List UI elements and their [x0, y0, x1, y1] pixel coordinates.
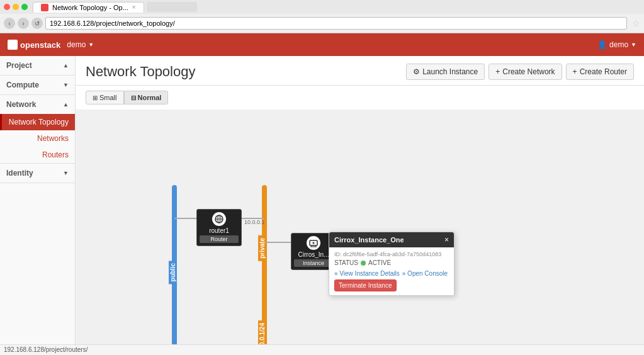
create-router-icon: + — [573, 67, 577, 76]
sidebar-identity-header[interactable]: Identity ▼ — [0, 164, 75, 183]
sidebar-network-chevron: ▲ — [63, 101, 69, 108]
sidebar-section-identity: Identity ▼ — [0, 164, 75, 183]
main-layout: Project ▲ Compute ▼ Network ▲ Network To… — [0, 56, 644, 344]
view-normal-label: Normal — [138, 94, 162, 101]
sidebar-item-networks[interactable]: Networks — [0, 130, 75, 147]
top-bar-left: openstack demo ▼ — [8, 40, 94, 50]
private-network-label-top: private — [258, 235, 266, 261]
popup-header: Cirrox_Instance_One × — [329, 232, 454, 247]
public-network-label: public — [169, 261, 177, 284]
sidebar-section-project: Project ▲ — [0, 56, 75, 76]
user-icon: 👤 — [597, 40, 607, 49]
view-controls: ⊞ Small ⊟ Normal — [76, 86, 644, 110]
header-buttons: ⚙ Launch Instance + Create Network + Cre… — [406, 64, 634, 80]
new-tab-btn[interactable] — [147, 2, 197, 12]
status-url: 192.168.6.128/project/routers/ — [4, 346, 88, 353]
status-bar: 192.168.6.128/project/routers/ — [0, 344, 644, 355]
bookmark-icon[interactable]: ☆ — [632, 18, 640, 28]
user-menu[interactable]: 👤 demo ▼ — [597, 40, 636, 49]
create-network-button[interactable]: + Create Network — [489, 64, 562, 80]
browser-toolbar: ‹ › ↺ ☆ — [0, 14, 644, 33]
browser-chrome: Network Topology - Op... × ‹ › ↺ ☆ — [0, 0, 644, 33]
top-bar: openstack demo ▼ 👤 demo ▼ — [0, 33, 644, 56]
sidebar-network-header[interactable]: Network ▲ — [0, 95, 75, 114]
sidebar-section-compute: Compute ▼ — [0, 76, 75, 95]
launch-instance-icon: ⚙ — [413, 67, 420, 76]
openstack-app: openstack demo ▼ 👤 demo ▼ Project ▲ — [0, 33, 644, 355]
browser-tab[interactable]: Network Topology - Op... × — [33, 2, 144, 13]
status-active-dot — [361, 261, 366, 266]
popup-status-value: ACTIVE — [368, 259, 391, 266]
content-area: Network Topology ⚙ Launch Instance + Cre… — [76, 56, 644, 344]
view-small-btn[interactable]: ⊞ Small — [86, 91, 124, 104]
minimize-window-btn[interactable] — [13, 4, 19, 10]
view-normal-icon: ⊟ — [131, 94, 136, 101]
sidebar-compute-chevron: ▼ — [63, 82, 69, 88]
page-title: Network Topology — [86, 64, 195, 80]
instance-popup: Cirrox_Instance_One × ID: dc2f6f6e-5adf-… — [329, 232, 455, 296]
user-label: demo — [609, 40, 628, 49]
reload-btn[interactable]: ↺ — [31, 18, 43, 29]
open-console-link[interactable]: » Open Console — [402, 270, 448, 277]
terminate-instance-btn[interactable]: Terminate Instance — [334, 279, 397, 291]
create-router-label: Create Router — [580, 67, 627, 76]
router-node[interactable]: router1 Router — [196, 209, 242, 246]
sidebar-item-network-topology[interactable]: Network Topology — [0, 114, 75, 130]
create-network-icon: + — [495, 67, 500, 76]
popup-id-row: ID: dc2f6f6e-5adf-4fca-ab3d-7a750d41083 — [334, 251, 449, 257]
private-network-label-bottom: 10.0.0.1/24 — [258, 320, 266, 344]
popup-close-btn[interactable]: × — [444, 235, 449, 244]
launch-instance-button[interactable]: ⚙ Launch Instance — [406, 64, 485, 80]
forward-btn[interactable]: › — [18, 18, 29, 29]
tab-close-btn[interactable]: × — [132, 4, 136, 11]
url-bar[interactable] — [45, 17, 627, 30]
view-instance-details-link[interactable]: » View Instance Details — [334, 270, 400, 277]
popup-body: ID: dc2f6f6e-5adf-4fca-ab3d-7a750d41083 … — [329, 247, 454, 295]
sidebar-network-topology-label: Network Topology — [9, 118, 69, 127]
create-router-button[interactable]: + Create Router — [566, 64, 634, 80]
user-chevron-icon: ▼ — [631, 42, 636, 48]
view-normal-btn[interactable]: ⊟ Normal — [124, 91, 169, 104]
router-label: Router — [200, 235, 239, 243]
back-btn[interactable]: ‹ — [4, 18, 15, 29]
popup-status-row: STATUS ACTIVE — [334, 259, 449, 266]
demo-dropdown[interactable]: demo ▼ — [67, 40, 94, 49]
chevron-down-icon: ▼ — [88, 42, 94, 48]
create-network-label: Create Network — [502, 67, 555, 76]
view-small-label: Small — [99, 94, 117, 101]
router-icon — [212, 212, 226, 226]
popup-actions: » View Instance Details » Open Console T… — [334, 270, 449, 291]
openstack-logo: openstack — [8, 40, 60, 50]
tab-title: Network Topology - Op... — [52, 4, 128, 11]
popup-status-label: STATUS — [334, 259, 358, 266]
sidebar-project-chevron: ▲ — [63, 62, 69, 69]
demo-label: demo — [67, 40, 86, 49]
openstack-logo-icon — [8, 40, 18, 50]
sidebar-item-routers[interactable]: Routers — [0, 147, 75, 163]
maximize-window-btn[interactable] — [21, 4, 28, 10]
tab-favicon — [41, 4, 48, 11]
sidebar: Project ▲ Compute ▼ Network ▲ Network To… — [0, 56, 76, 344]
sidebar-networks-label: Networks — [37, 134, 69, 143]
popup-id-label: ID: — [334, 251, 342, 257]
popup-title: Cirrox_Instance_One — [334, 236, 404, 244]
openstack-logo-text: openstack — [20, 40, 60, 50]
sidebar-identity-chevron: ▼ — [63, 170, 69, 176]
popup-id-value: dc2f6f6e-5adf-4fca-ab3d-7a750d41083 — [343, 251, 441, 257]
instance-name: Cirros_In... — [294, 251, 333, 258]
router-ip-label: 10.0.0.1 — [244, 219, 265, 225]
content-header: Network Topology ⚙ Launch Instance + Cre… — [76, 56, 644, 86]
browser-titlebar: Network Topology - Op... × — [0, 0, 644, 14]
sidebar-identity-label: Identity — [6, 169, 33, 178]
close-window-btn[interactable] — [4, 4, 10, 10]
svg-point-8 — [313, 242, 315, 244]
sidebar-routers-label: Routers — [42, 150, 69, 159]
sidebar-compute-header[interactable]: Compute ▼ — [0, 76, 75, 94]
view-small-icon: ⊞ — [93, 94, 98, 101]
sidebar-network-label: Network — [6, 100, 36, 109]
instance-label: Instance — [294, 259, 333, 267]
sidebar-section-network: Network ▲ Network Topology Networks Rout… — [0, 95, 75, 164]
sidebar-project-header[interactable]: Project ▲ — [0, 56, 75, 75]
launch-instance-label: Launch Instance — [422, 67, 478, 76]
router-name: router1 — [200, 227, 239, 234]
